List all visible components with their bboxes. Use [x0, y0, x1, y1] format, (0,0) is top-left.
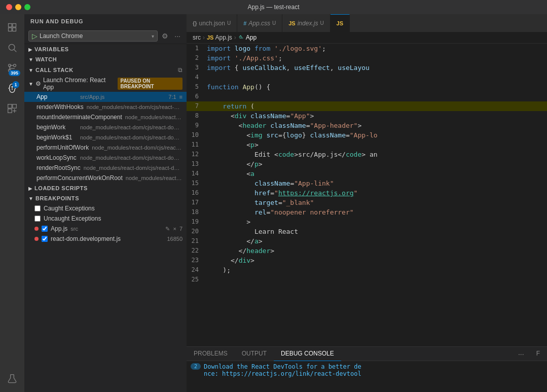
tab-label: index.js [298, 20, 318, 27]
tab-active-js-icon: JS [337, 20, 343, 26]
watch-section-header[interactable]: ▼ WATCH [24, 54, 187, 64]
code-line-14: 14 <a [187, 169, 547, 179]
panel-tab-bar: PROBLEMS OUTPUT DEBUG CONSOLE ··· F [187, 347, 547, 361]
breakpoint-reactdom[interactable]: react-dom.development.js 16850 [24, 234, 187, 244]
activity-flask[interactable] [3, 370, 21, 388]
activity-extensions[interactable] [3, 99, 21, 118]
breakpoints-header[interactable]: ▼ BREAKPOINTS [24, 193, 187, 203]
call-frame-workLoopSync[interactable]: workLoopSync node_modules/react-dom/cjs/… [24, 153, 187, 163]
call-frame-mountIndeterminate[interactable]: mountIndeterminateComponent node_modules… [24, 112, 187, 122]
loaded-scripts-header[interactable]: ▶ LOADED SCRIPTS [24, 183, 187, 193]
editor-area: {} unch.json U # App.css U JS index.js U… [187, 14, 547, 392]
code-line-3: 3 import { useCallback, useEffect, useLa… [187, 63, 547, 73]
call-frame-beginWork[interactable]: beginWork node_modules/react-dom/cjs/rea… [24, 122, 187, 132]
dropdown-arrow-icon: ▾ [152, 33, 154, 39]
code-line-5: 5 function App() { [187, 82, 547, 92]
tab-app-css[interactable]: # App.css U [237, 14, 282, 32]
debug-text: Download the React DevTools for a better… [204, 363, 361, 377]
breakpoint-appjs[interactable]: App.js src ✎ × 7 [24, 224, 187, 234]
frame-name: App [37, 93, 77, 100]
variables-section-header[interactable]: ▶ VARIABLES [24, 44, 187, 54]
call-frame-beginWork1[interactable]: beginWork$1 node_modules/react-dom/cjs/r… [24, 132, 187, 142]
caught-exceptions-checkbox[interactable] [34, 205, 41, 211]
debug-toolbar: ▷ Launch Chrome ▾ ⚙ ··· [24, 28, 187, 44]
uncaught-exceptions-label: Uncaught Exceptions [44, 215, 101, 222]
frame-name: performUnitOfWork [37, 144, 89, 151]
frame-name: workLoopSync [37, 154, 77, 161]
panel-tab-debug-console[interactable]: DEBUG CONSOLE [274, 347, 341, 361]
code-line-19: 19 > [187, 217, 547, 227]
tab-label: App.css [248, 20, 270, 27]
debug-more-button[interactable]: ··· [172, 31, 183, 41]
tab-app-js[interactable]: JS [331, 14, 350, 32]
breakpoints-title: BREAKPOINTS [35, 195, 79, 201]
tab-label: unch.json [199, 20, 225, 27]
tab-index-js[interactable]: JS index.js U [282, 14, 330, 32]
debug-console-content: 2 Download the React DevTools for a bett… [187, 361, 547, 392]
debug-config-select[interactable]: ▷ Launch Chrome ▾ [28, 30, 158, 42]
breakpoint-edit-icon[interactable]: ✎ [165, 226, 170, 232]
call-frame-app[interactable]: App src/App.js 7:1 ≡ [24, 92, 187, 102]
caught-exceptions-label: Caught Exceptions [44, 205, 95, 212]
frame-name: beginWork [37, 124, 77, 131]
uncaught-exceptions-checkbox[interactable] [34, 216, 41, 222]
call-frame-renderRootSync[interactable]: renderRootSync node_modules/react-dom/cj… [24, 163, 187, 173]
breakpoint-reactdom-checkbox[interactable] [42, 236, 48, 242]
maximize-button[interactable] [24, 4, 30, 10]
breadcrumb-appjs: JSApp.js [207, 34, 232, 41]
activity-source-control[interactable]: 395 [3, 59, 21, 77]
sidebar: RUN AND DEBUG ▷ Launch Chrome ▾ ⚙ ··· ▶ … [24, 14, 187, 392]
bottom-panel: PROBLEMS OUTPUT DEBUG CONSOLE ··· F 2 Do… [187, 346, 547, 392]
minimize-button[interactable] [15, 4, 21, 10]
panel-more-button[interactable]: ··· [513, 350, 529, 358]
tab-css-icon: # [243, 20, 246, 26]
close-button[interactable] [6, 4, 12, 10]
frame-location: src/App.js [80, 94, 165, 100]
activity-debug[interactable]: 1 [3, 79, 21, 97]
call-frame-performConcurrent[interactable]: performConcurrentWorkOnRoot node_modules… [24, 173, 187, 183]
breakpoint-reactdom-filename: react-dom.development.js [51, 235, 121, 242]
paused-badge: PAUSED ON BREAKPOINT [118, 78, 183, 90]
call-frame-renderWithHooks[interactable]: renderWithHooks node_modules/react-dom/c… [24, 102, 187, 112]
frame-location: node_modules/react-dom/cjs/react-dom... [84, 165, 183, 171]
code-editor[interactable]: 1 import logo from './logo.svg'; 2 impor… [187, 44, 547, 346]
breadcrumb-sep2: › [234, 34, 236, 41]
breakpoint-count: 7 [179, 226, 183, 232]
panel-tab-f[interactable]: F [529, 347, 547, 361]
debug-message: 2 Download the React DevTools for a bett… [191, 363, 543, 377]
code-line-13: 13 </p> [187, 159, 547, 169]
session-arrow-icon: ▼ [28, 81, 33, 87]
code-line-17: 17 target="_blank" [187, 198, 547, 207]
activity-search[interactable] [3, 39, 21, 57]
sidebar-title: RUN AND DEBUG [30, 18, 84, 24]
frame-name: renderWithHooks [37, 103, 84, 111]
panel-tab-output[interactable]: OUTPUT [235, 347, 274, 361]
breakpoint-appjs-checkbox[interactable] [42, 226, 48, 232]
panel-tab-problems[interactable]: PROBLEMS [187, 347, 235, 361]
session-name: Launch Chrome: React App [43, 77, 112, 91]
session-gear-icon: ⚙ [35, 80, 41, 87]
callstack-section-header[interactable]: ▼ CALL STACK ⧉ [24, 64, 187, 76]
variables-title: VARIABLES [34, 46, 69, 52]
debug-gear-button[interactable]: ⚙ [160, 31, 170, 41]
code-line-2: 2 import './App.css'; [187, 53, 547, 63]
call-frame-performUnitOfWork[interactable]: performUnitOfWork node_modules/react-dom… [24, 142, 187, 153]
code-line-10: 10 <img src={logo} className="App-lo [187, 130, 547, 140]
callstack-copy-icon[interactable]: ⧉ [178, 66, 183, 74]
breakpoint-close-icon[interactable]: × [173, 226, 176, 232]
frame-location: node_modules/react-dom/cjs/react-d... [92, 145, 183, 151]
activity-explorer[interactable] [3, 18, 21, 37]
svg-rect-11 [8, 104, 12, 109]
svg-rect-12 [13, 104, 17, 109]
code-line-6: 6 [187, 92, 547, 101]
breadcrumb-sep1: › [203, 34, 205, 41]
tab-launch-json[interactable]: {} unch.json U [187, 14, 237, 32]
code-line-25: 25 [187, 275, 547, 284]
code-line-1: 1 import logo from './logo.svg'; [187, 44, 547, 53]
callstack-session-header[interactable]: ▼ ⚙ Launch Chrome: React App PAUSED ON B… [24, 76, 187, 92]
code-line-22: 22 </header> [187, 246, 547, 256]
svg-rect-2 [9, 28, 12, 31]
activity-bar: 395 1 [0, 14, 24, 392]
frame-name: beginWork$1 [37, 134, 77, 141]
code-line-11: 11 <p> [187, 140, 547, 150]
